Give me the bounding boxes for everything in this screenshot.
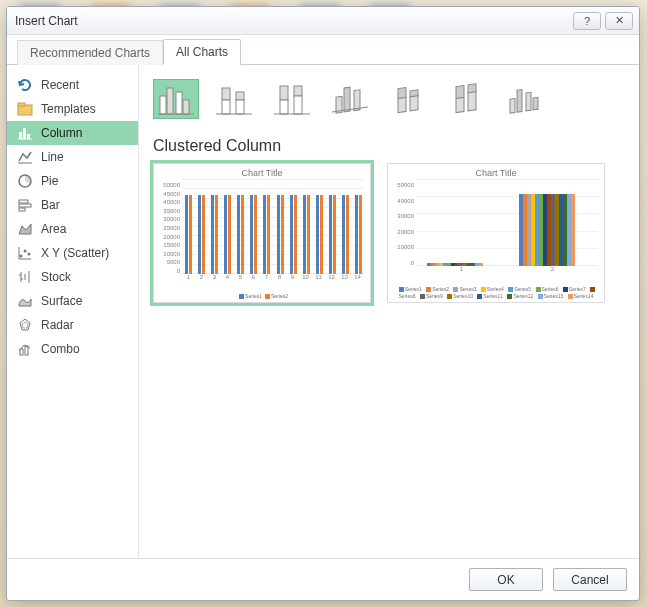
svg-rect-31 [222,88,230,100]
svg-marker-23 [22,322,28,328]
svg-rect-4 [27,134,30,139]
svg-rect-2 [19,132,22,139]
section-title: Clustered Column [153,137,625,155]
sidebar-item-label: Surface [41,294,82,308]
combo-icon [17,341,33,357]
svg-rect-34 [236,100,244,114]
close-button[interactable]: ✕ [605,12,633,30]
svg-rect-32 [222,100,230,114]
svg-point-13 [24,250,27,253]
tabstrip: Recommended Charts All Charts [7,35,639,65]
svg-rect-1 [18,103,25,106]
svg-rect-36 [280,86,288,100]
scatter-icon [17,245,33,261]
titlebar: Insert Chart ? ✕ [7,7,639,35]
preview-clustered-column-1[interactable]: Chart Title 0500010000150002000025000300… [153,163,371,303]
chart-category-sidebar: Recent Templates Column Line Pie [7,65,139,558]
sidebar-item-column[interactable]: Column [7,121,138,145]
svg-rect-9 [19,204,31,207]
svg-rect-38 [294,86,302,96]
sidebar-item-label: Line [41,150,64,164]
preview2-plot [416,182,598,266]
subtype-3d-stacked-column[interactable] [385,79,431,119]
area-icon [17,221,33,237]
dialog-footer: OK Cancel [7,558,639,600]
sidebar-item-radar[interactable]: Radar [7,313,138,337]
sidebar-item-label: Column [41,126,82,140]
column-icon [17,125,33,141]
svg-rect-50 [456,97,464,112]
sidebar-item-pie[interactable]: Pie [7,169,138,193]
svg-rect-28 [176,92,182,114]
svg-rect-3 [23,128,26,139]
subtype-3d-100-stacked-column[interactable] [443,79,489,119]
templates-icon [17,101,33,117]
tab-recommended-charts[interactable]: Recommended Charts [17,40,163,65]
svg-rect-48 [410,96,418,111]
sidebar-item-label: Combo [41,342,80,356]
close-icon: ✕ [615,14,624,27]
preview-title: Chart Title [154,164,370,178]
svg-rect-8 [19,200,28,203]
preview2-xaxis: 12 [416,266,598,276]
subtype-100-stacked-column[interactable] [269,79,315,119]
sidebar-item-recent[interactable]: Recent [7,73,138,97]
preview2-legend: Series1 Series2 Series3 Series4 Series5 … [394,286,598,300]
sidebar-item-combo[interactable]: Combo [7,337,138,361]
svg-rect-53 [510,98,515,113]
bar-icon [17,197,33,213]
svg-point-12 [20,255,23,258]
window-title: Insert Chart [15,14,569,28]
surface-icon [17,293,33,309]
svg-rect-54 [517,89,522,112]
sidebar-item-label: Radar [41,318,74,332]
sidebar-item-xy[interactable]: X Y (Scatter) [7,241,138,265]
preview2-yaxis: 01000020000300004000050000 [390,182,414,266]
preview1-xaxis: 1234567891011121314 [182,274,364,284]
svg-rect-45 [398,87,406,98]
radar-icon [17,317,33,333]
sidebar-item-label: Pie [41,174,58,188]
sidebar-item-stock[interactable]: Stock [7,265,138,289]
preview1-yaxis: 0500010000150002000025000300003500040000… [156,182,180,274]
preview1-legend: Series1Series2 [160,293,364,300]
sidebar-item-templates[interactable]: Templates [7,97,138,121]
sidebar-item-label: X Y (Scatter) [41,246,109,260]
svg-rect-42 [344,87,350,112]
sidebar-item-bar[interactable]: Bar [7,193,138,217]
cancel-button[interactable]: Cancel [553,568,627,591]
subtype-3d-column[interactable] [501,79,547,119]
svg-rect-39 [294,96,302,114]
line-icon [17,149,33,165]
sidebar-item-label: Bar [41,198,60,212]
svg-rect-29 [183,100,189,114]
preview-clustered-column-2[interactable]: Chart Title 01000020000300004000050000 1… [387,163,605,303]
preview1-plot [182,182,364,274]
sidebar-item-area[interactable]: Area [7,217,138,241]
sidebar-item-label: Recent [41,78,79,92]
sidebar-item-line[interactable]: Line [7,145,138,169]
svg-rect-56 [533,97,538,110]
svg-rect-10 [19,208,25,211]
help-button[interactable]: ? [573,12,601,30]
svg-rect-43 [354,90,360,111]
subtype-clustered-column[interactable] [153,79,199,119]
chart-content-pane: Clustered Column Chart Title 05000100001… [139,65,639,558]
sidebar-item-surface[interactable]: Surface [7,289,138,313]
subtype-stacked-column[interactable] [211,79,257,119]
tab-all-charts[interactable]: All Charts [163,39,241,65]
svg-rect-37 [280,100,288,114]
sidebar-item-label: Area [41,222,66,236]
help-icon: ? [584,15,590,27]
sidebar-item-label: Stock [41,270,71,284]
sidebar-item-label: Templates [41,102,96,116]
svg-rect-27 [167,88,173,114]
svg-point-14 [28,253,31,256]
svg-rect-33 [236,92,244,100]
svg-rect-26 [160,96,166,114]
ok-button[interactable]: OK [469,568,543,591]
svg-rect-55 [526,92,531,111]
subtype-3d-clustered-column[interactable] [327,79,373,119]
stock-icon [17,269,33,285]
recent-icon [17,77,33,93]
